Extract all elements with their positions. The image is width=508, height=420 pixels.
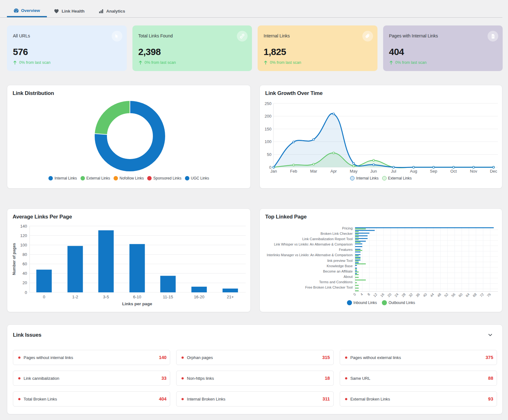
svg-text:56: 56 xyxy=(451,292,456,298)
svg-text:80: 80 xyxy=(23,252,27,257)
svg-text:100: 100 xyxy=(20,243,27,247)
svg-text:0: 0 xyxy=(353,292,357,296)
svg-text:76: 76 xyxy=(486,292,492,298)
svg-text:Number of pages: Number of pages xyxy=(12,243,16,275)
svg-text:44: 44 xyxy=(429,292,435,298)
svg-text:Aug: Aug xyxy=(410,169,417,174)
svg-text:Link Whisper vs Linkilo: An Al: Link Whisper vs Linkilo: An Alternative … xyxy=(274,242,353,246)
svg-text:48: 48 xyxy=(436,292,442,298)
svg-text:Jun: Jun xyxy=(370,169,377,174)
svg-text:Pricing: Pricing xyxy=(342,226,353,230)
svg-text:60: 60 xyxy=(458,292,463,298)
svg-text:68: 68 xyxy=(472,292,477,298)
svg-text:20: 20 xyxy=(387,292,392,298)
svg-text:Feb: Feb xyxy=(290,169,297,174)
svg-text:Sep: Sep xyxy=(430,169,437,174)
svg-text:About: About xyxy=(343,275,353,279)
svg-text:16: 16 xyxy=(380,292,385,298)
svg-text:Interlinks Manager vs Linkilo:: Interlinks Manager vs Linkilo: An Altern… xyxy=(267,253,353,257)
svg-text:150: 150 xyxy=(265,127,271,131)
svg-text:3-5: 3-5 xyxy=(103,295,109,299)
svg-text:36: 36 xyxy=(415,292,421,298)
svg-text:250: 250 xyxy=(265,101,271,106)
svg-text:Mar: Mar xyxy=(310,169,317,174)
svg-text:32: 32 xyxy=(408,292,413,298)
svg-text:Jan: Jan xyxy=(271,169,277,174)
svg-text:21+: 21+ xyxy=(227,295,234,299)
svg-text:Free Broken Link Checker Tool: Free Broken Link Checker Tool xyxy=(305,285,353,289)
svg-text:Terms and Conditions: Terms and Conditions xyxy=(319,280,353,284)
svg-text:72: 72 xyxy=(479,292,484,298)
svg-text:Become an Affiliate: Become an Affiliate xyxy=(323,269,353,273)
svg-text:Nov: Nov xyxy=(470,169,477,174)
svg-text:Links per page: Links per page xyxy=(122,301,152,306)
svg-text:50: 50 xyxy=(267,152,271,157)
svg-text:40: 40 xyxy=(23,271,27,276)
svg-text:Dec: Dec xyxy=(490,169,497,174)
svg-text:100: 100 xyxy=(265,139,271,144)
svg-text:64: 64 xyxy=(465,292,470,298)
svg-text:40: 40 xyxy=(422,292,427,298)
svg-text:20: 20 xyxy=(23,280,27,285)
svg-text:Apr: Apr xyxy=(330,169,337,174)
svg-text:Features: Features xyxy=(339,248,353,251)
svg-text:16-20: 16-20 xyxy=(194,295,204,299)
svg-text:Broken Link Checker: Broken Link Checker xyxy=(321,232,353,235)
svg-text:0: 0 xyxy=(43,295,45,299)
svg-text:24: 24 xyxy=(394,292,399,298)
svg-text:0: 0 xyxy=(25,290,27,295)
svg-text:1-2: 1-2 xyxy=(72,295,78,299)
svg-text:Jul: Jul xyxy=(391,169,396,174)
svg-text:Oct: Oct xyxy=(450,169,457,174)
svg-text:8: 8 xyxy=(367,292,371,296)
svg-text:12: 12 xyxy=(372,292,378,298)
svg-text:Knowledge Base: Knowledge Base xyxy=(327,264,353,268)
svg-text:52: 52 xyxy=(444,292,449,298)
svg-text:120: 120 xyxy=(20,233,27,238)
svg-text:60: 60 xyxy=(23,262,27,266)
svg-text:6-10: 6-10 xyxy=(133,295,141,299)
svg-text:28: 28 xyxy=(401,292,406,298)
svg-text:140: 140 xyxy=(20,224,27,229)
svg-text:Link Cannibalization Report To: Link Cannibalization Report Tool xyxy=(302,237,353,241)
svg-text:11-15: 11-15 xyxy=(163,295,173,299)
svg-text:May: May xyxy=(350,169,358,174)
svg-text:4: 4 xyxy=(360,292,364,296)
svg-text:200: 200 xyxy=(265,114,271,119)
svg-text:link preview Tool: link preview Tool xyxy=(327,259,353,262)
